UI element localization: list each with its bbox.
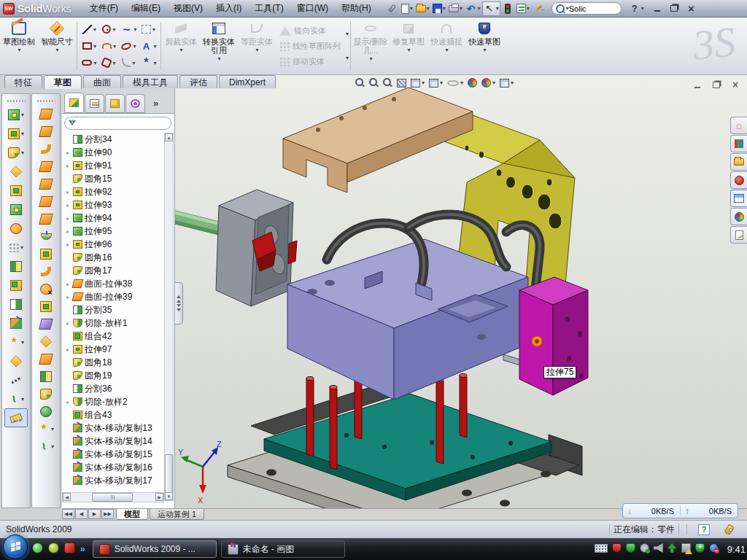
dropdown-arrow-icon[interactable]: ▾: [492, 79, 495, 86]
view-settings-button[interactable]: ▾: [499, 78, 514, 88]
tree-item[interactable]: 分割35: [63, 303, 163, 316]
select-button[interactable]: ▾: [482, 1, 500, 16]
fm-tab-configuration-manager[interactable]: [105, 94, 125, 113]
network-speed-widget[interactable]: 0KB/S 0KB/S: [622, 503, 738, 518]
dropdown-arrow-icon[interactable]: ▾: [478, 5, 481, 12]
lofted-surface-button[interactable]: [34, 122, 58, 140]
expand-arrow-icon[interactable]: ▸: [65, 241, 71, 248]
tree-item[interactable]: 圆角16: [63, 251, 163, 264]
parting-surface-button[interactable]: [34, 315, 58, 332]
dropdown-arrow-icon[interactable]: ▾: [427, 5, 430, 12]
dropdown-arrow-icon[interactable]: ▾: [255, 47, 258, 53]
zoom-area-button[interactable]: [368, 77, 379, 88]
doc-close-button[interactable]: [729, 79, 741, 90]
tree-item[interactable]: 圆角18: [63, 356, 163, 369]
dropdown-arrow-icon[interactable]: ▾: [346, 31, 349, 37]
filter-input[interactable]: [79, 119, 167, 128]
checklist-button[interactable]: ▾: [515, 1, 531, 16]
fm-tab-property-manager[interactable]: [85, 94, 104, 113]
dropdown-arrow-icon[interactable]: ▾: [527, 5, 530, 12]
tab-评估[interactable]: 评估: [179, 75, 217, 88]
task-pane-tab-custom-properties[interactable]: [730, 226, 747, 244]
dropdown-arrow-icon[interactable]: ▾: [370, 55, 373, 62]
dropdown-arrow-icon[interactable]: ▾: [153, 60, 156, 66]
close-button[interactable]: [685, 3, 697, 14]
measure-button[interactable]: [4, 408, 28, 427]
knit-surface-button[interactable]: [34, 228, 58, 245]
tray-defender-shield[interactable]: [695, 542, 705, 556]
search-box[interactable]: ▾: [551, 2, 622, 15]
boundary-surface-button[interactable]: [34, 158, 58, 175]
menu-item-3[interactable]: 插入(I): [209, 0, 248, 17]
tray-network-warning[interactable]: [681, 542, 691, 556]
save-button[interactable]: ▾: [431, 1, 447, 16]
filled-surface-button[interactable]: [34, 175, 58, 192]
tree-item[interactable]: 圆角15: [63, 172, 163, 185]
search-input[interactable]: [569, 4, 613, 13]
extruded-surface-button[interactable]: [34, 140, 58, 158]
dropdown-arrow-icon[interactable]: ▾: [21, 339, 24, 346]
new-doc-button[interactable]: ▾: [400, 1, 414, 16]
open-button[interactable]: ▾: [414, 1, 431, 16]
dropdown-arrow-icon[interactable]: ▾: [133, 26, 136, 33]
hide-show-items-button[interactable]: ▾: [446, 79, 464, 87]
rectangle-tool-button[interactable]: ▾: [80, 38, 99, 55]
undo-button[interactable]: ▾: [464, 1, 482, 16]
rib-button[interactable]: [4, 162, 28, 181]
tree-item[interactable]: ▸拉伸90: [63, 146, 163, 159]
dropdown-arrow-icon[interactable]: ▾: [21, 149, 24, 156]
tree-item[interactable]: 实体-移动/复制16: [63, 461, 163, 474]
dropdown-arrow-icon[interactable]: ▾: [346, 55, 349, 61]
dome-button[interactable]: [34, 402, 58, 420]
cm-button-mirror[interactable]: 镜向实体: [277, 23, 343, 39]
dropdown-arrow-icon[interactable]: ▾: [443, 5, 446, 12]
tree-item[interactable]: 实体-移动/复制17: [63, 474, 163, 487]
dropdown-arrow-icon[interactable]: ▾: [484, 47, 487, 53]
reference-point-button[interactable]: ▾: [4, 332, 28, 351]
tree-item[interactable]: ▸拉伸92: [63, 185, 163, 198]
cm-button-repair[interactable]: 修复草图▾: [390, 18, 427, 74]
graphics-area[interactable]: Y Z X ▾▾▾▾▾ 拉伸75: [175, 75, 747, 508]
mirror-feature-button[interactable]: [4, 257, 28, 276]
draft-button[interactable]: [4, 200, 28, 219]
shell-button[interactable]: [4, 181, 28, 200]
reference-point-button[interactable]: ▾: [34, 420, 58, 438]
scroll-up-icon[interactable]: ▲: [165, 133, 173, 141]
untrim-surface-button[interactable]: [34, 350, 58, 368]
tab-模具工具[interactable]: 模具工具: [123, 75, 178, 88]
quick-tips-icon[interactable]: ?: [698, 524, 710, 535]
tree-item[interactable]: ▸拉伸91: [63, 159, 163, 172]
tags-icon[interactable]: [724, 524, 735, 535]
surface-fillet-button[interactable]: [34, 385, 58, 402]
scroll-left-icon[interactable]: ◀: [63, 493, 71, 501]
spline-tool-button[interactable]: ▾: [119, 21, 139, 38]
polygon-tool-button[interactable]: ▾: [99, 55, 119, 71]
text-tool-button[interactable]: ▾: [139, 38, 158, 55]
cm-button-linear-pattern[interactable]: 线性草图阵列: [277, 39, 343, 54]
boss-extrude-button[interactable]: ▾: [4, 105, 28, 124]
point-tool-button[interactable]: ▾: [139, 55, 158, 71]
quick-launch-media-player[interactable]: [48, 542, 59, 556]
expand-arrow-icon[interactable]: ▸: [65, 294, 71, 300]
cm-button-convert[interactable]: 转换实体引用▾: [200, 18, 238, 74]
tray-volume[interactable]: [654, 542, 663, 556]
expand-arrow-icon[interactable]: ▸: [65, 202, 71, 209]
dropdown-arrow-icon[interactable]: ▾: [410, 5, 413, 12]
expand-arrow-icon[interactable]: ▸: [65, 346, 71, 353]
ruled-surface-button[interactable]: [34, 332, 58, 350]
expand-arrow-icon[interactable]: ▸: [65, 163, 71, 169]
dropdown-arrow-icon[interactable]: ▾: [446, 47, 449, 53]
dropdown-arrow-icon[interactable]: ▾: [422, 79, 425, 86]
thicken-button[interactable]: [34, 245, 58, 262]
menu-item-2[interactable]: 视图(V): [167, 0, 209, 17]
expand-arrow-icon[interactable]: ▸: [65, 149, 71, 156]
dropdown-arrow-icon[interactable]: ▾: [152, 26, 155, 33]
replace-face-button[interactable]: [34, 298, 58, 315]
dropdown-arrow-icon[interactable]: ▾: [20, 244, 23, 251]
extend-surface-button[interactable]: [34, 262, 58, 280]
dropdown-arrow-icon[interactable]: ▾: [93, 60, 96, 66]
dropdown-arrow-icon[interactable]: ▾: [112, 26, 115, 33]
quick-launch-solidworks[interactable]: [64, 542, 75, 556]
menu-item-0[interactable]: 文件(F): [83, 0, 125, 17]
dropdown-arrow-icon[interactable]: ▾: [93, 26, 96, 33]
